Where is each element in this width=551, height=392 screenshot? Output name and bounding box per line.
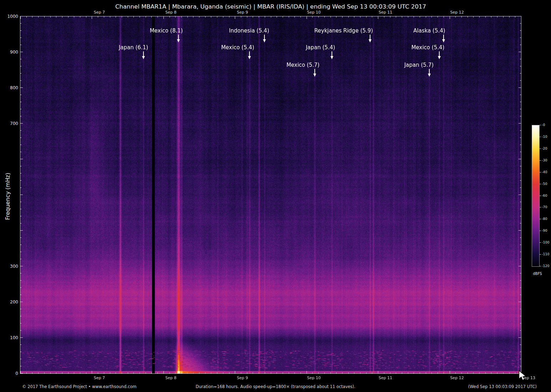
colorbar-unit-label: dBFS [529, 272, 546, 276]
colorbar-tick-label: -70 [542, 205, 551, 209]
y-tick-label: 100 [2, 335, 18, 340]
colorbar-tick-label: -30 [542, 158, 551, 162]
x-tick-label-bottom: Sep 8 [156, 376, 186, 380]
colorbar-tick [540, 231, 541, 231]
colorbar-tick [540, 207, 541, 207]
spectrogram-plot-area [20, 16, 521, 374]
down-arrow-icon [247, 51, 252, 60]
x-tick-label-bottom: Sep 12 [442, 376, 472, 380]
event-label: Japan (5.4) [274, 44, 367, 51]
colorbar-tick [540, 125, 541, 125]
x-tick-label-top: Sep 11 [370, 10, 400, 15]
x-tick-label-top: Sep 8 [156, 10, 186, 15]
colorbar-tick [540, 219, 541, 219]
x-tick-label-top: Sep 7 [84, 10, 114, 15]
colorbar-tick [540, 160, 541, 161]
colorbar-tick [540, 196, 541, 196]
x-tick-label-top: Sep 9 [227, 10, 257, 15]
event-label: Alaska (5.4) [383, 27, 476, 34]
down-arrow-icon [437, 51, 441, 60]
colorbar-tick [540, 184, 541, 184]
x-tick-label-top: Sep 12 [442, 10, 472, 15]
spectrogram-canvas [20, 16, 521, 373]
colorbar-tick-label: -90 [542, 228, 551, 232]
colorbar-tick-label: -80 [542, 217, 551, 221]
colorbar-tick [540, 149, 541, 149]
colorbar-tick [540, 266, 541, 266]
colorbar-tick-label: -110 [542, 252, 551, 256]
event-label: Mexico (5.4) [381, 44, 474, 51]
event-label: Japan (6.1) [87, 44, 180, 51]
y-tick-label: 700 [2, 121, 18, 126]
down-arrow-icon [330, 51, 334, 60]
down-arrow-icon [262, 34, 267, 43]
x-tick-label-bottom: Sep 7 [84, 376, 114, 380]
chart-title: Channel MBAR1A | Mbarara, Uganda (seismi… [20, 3, 521, 10]
event-label: Mexico (8.1) [120, 27, 213, 34]
y-tick-label: 900 [2, 50, 18, 55]
event-label: Japan (5.7) [373, 62, 465, 68]
colorbar-tick [540, 254, 541, 255]
footer-timestamp: (Wed Sep 13 00:03:09 2017 UTC) [468, 384, 537, 389]
colorbar-tick [540, 242, 541, 243]
colorbar-tick-label: -10 [542, 135, 551, 139]
down-arrow-icon [313, 69, 317, 77]
event-label: Mexico (5.7) [257, 62, 349, 68]
colorbar-tick [540, 172, 541, 172]
event-label: Indonesia (5.4) [203, 27, 295, 34]
colorbar-tick-label: -20 [542, 146, 551, 150]
down-arrow-icon [368, 34, 372, 43]
down-arrow-icon [441, 34, 446, 43]
x-tick-label-bottom: Sep 11 [370, 376, 400, 380]
y-tick-label: 0 [2, 371, 18, 376]
event-label: Mexico (5.4) [191, 44, 284, 51]
down-arrow-icon [427, 69, 431, 77]
colorbar-tick-label: -100 [542, 240, 551, 244]
colorbar-gradient [532, 125, 540, 267]
y-tick-label: 300 [2, 264, 18, 269]
colorbar-tick [540, 137, 541, 137]
x-tick-label-top: Sep 10 [299, 10, 329, 15]
event-label: Reykjanes Ridge (5.9) [297, 27, 390, 34]
x-tick-label-bottom: Sep 10 [299, 376, 329, 380]
down-arrow-icon [176, 34, 181, 43]
y-axis-label: Frequency (mHz) [5, 173, 11, 220]
colorbar-tick-label: -0 [542, 123, 551, 127]
spectrogram-app: Channel MBAR1A | Mbarara, Uganda (seismi… [0, 0, 551, 392]
y-tick-label: 1000 [2, 14, 18, 19]
colorbar-tick-label: -40 [542, 170, 551, 174]
y-tick-label: 800 [2, 85, 18, 90]
x-tick-label-bottom: Sep 13 [514, 376, 544, 380]
x-tick-label-bottom: Sep 9 [227, 376, 257, 380]
down-arrow-icon [141, 51, 146, 60]
y-tick-label: 200 [2, 300, 18, 305]
colorbar-tick-label: -60 [542, 194, 551, 197]
colorbar-tick-label: -120 [542, 264, 551, 268]
colorbar-tick-label: -50 [542, 182, 551, 186]
